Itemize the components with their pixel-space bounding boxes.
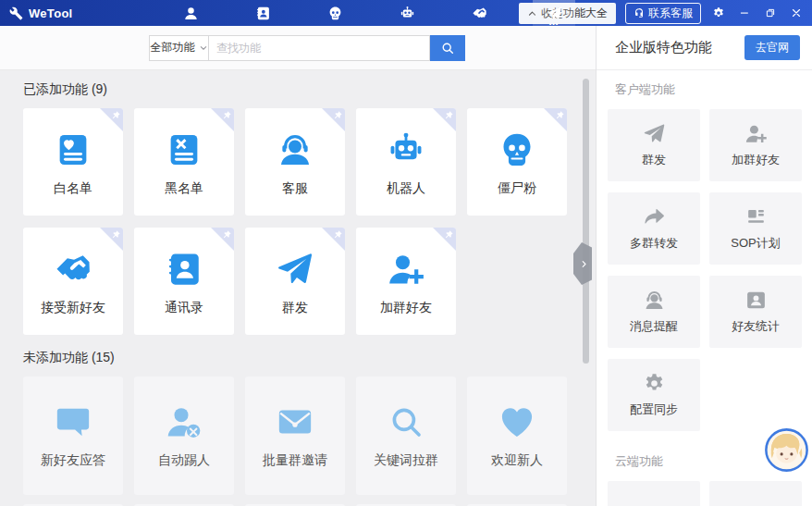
search-button[interactable] — [430, 35, 465, 61]
not-added-cards-grid: 新好友应答 自动踢人 批量群邀请 关键词拉群 欢迎新人 — [23, 376, 569, 495]
feature-card-blacklist[interactable]: 黑名单 — [134, 108, 234, 216]
minimize-button[interactable] — [736, 5, 753, 21]
feature-card-add-group-friends[interactable]: 加群好友 — [356, 228, 456, 335]
titlebar-nav: ••• — [172, 0, 575, 26]
sidebar-card-config-sync[interactable]: 配置同步 — [608, 359, 700, 431]
envelope-icon — [276, 402, 314, 441]
enterprise-sidebar: 企业版特色功能 去官网 客户端功能 群发 加群好友 多群转发 SOP计划 — [596, 26, 812, 506]
search-filter-dropdown[interactable]: 全部功能 — [149, 35, 208, 61]
user-avatar[interactable] — [765, 428, 808, 472]
friend-stats-card-icon — [744, 289, 768, 312]
address-book-icon[interactable] — [244, 0, 281, 26]
feature-card-whitelist[interactable]: 白名单 — [23, 108, 123, 216]
main-panel: 全部功能 已添加功能 (9) 白名单 黑名单 — [0, 26, 596, 506]
feature-label: 群发 — [282, 300, 308, 316]
customer-service-icon[interactable] — [172, 0, 209, 26]
settings-icon — [712, 6, 725, 19]
feature-card-keyword-group[interactable]: 关键词拉群 — [356, 376, 456, 495]
robot-icon — [387, 130, 425, 169]
sidebar-card-label: 消息提醒 — [630, 318, 678, 335]
sidebar-card-add-group-friends[interactable]: 加群好友 — [709, 109, 802, 181]
feature-card-auto-kick[interactable]: 自动踢人 — [134, 376, 234, 495]
zombie-skull-icon — [498, 130, 536, 169]
feature-label: 黑名单 — [165, 180, 203, 197]
close-button[interactable] — [788, 5, 805, 21]
feature-label: 通讯录 — [165, 300, 203, 316]
add-person-icon — [744, 122, 768, 145]
remove-person-icon — [165, 402, 203, 441]
address-book-icon — [165, 250, 203, 289]
sop-layout-icon — [744, 205, 768, 228]
search-band: 全部功能 — [0, 26, 596, 70]
feature-card-new-friend-reply[interactable]: 新好友应答 — [23, 376, 123, 495]
feature-label: 机器人 — [387, 180, 425, 197]
maximize-button[interactable] — [762, 5, 779, 21]
feature-card-welcome-new[interactable]: 欢迎新人 — [467, 376, 567, 495]
robot-icon[interactable] — [388, 0, 425, 26]
search-input[interactable] — [208, 35, 430, 61]
feature-label: 关键词拉群 — [374, 452, 438, 469]
feature-label: 自动踢人 — [158, 452, 210, 469]
not-added-section-title: 未添加功能 (15) — [23, 350, 596, 366]
sidebar-card-albums[interactable] — [709, 481, 802, 506]
zombie-fans-icon[interactable] — [316, 0, 353, 26]
added-section-title: 已添加功能 (9) — [23, 81, 596, 98]
search-filter-value: 全部功能 — [151, 40, 195, 56]
feature-card-customer-service[interactable]: 客服 — [245, 108, 345, 216]
sidebar-card-label: 好友统计 — [732, 318, 780, 335]
sidebar-card-friend-stats[interactable]: 好友统计 — [709, 276, 802, 348]
feature-card-robot[interactable]: 机器人 — [356, 108, 456, 216]
sidebar-card-multi-forward[interactable]: 多群转发 — [608, 192, 700, 265]
minimize-icon — [738, 6, 751, 19]
feature-label: 欢迎新人 — [491, 452, 543, 469]
contact-support-button[interactable]: 联系客服 — [625, 3, 701, 24]
feature-card-accept-friends[interactable]: 接受新好友 — [23, 228, 123, 335]
pin-icon — [222, 229, 232, 240]
maximize-icon — [764, 6, 777, 19]
forward-arrow-icon — [643, 205, 666, 228]
wrench-logo-icon — [9, 6, 23, 20]
pin-icon — [111, 229, 121, 240]
anime-girl-avatar — [765, 428, 808, 472]
pin-icon — [333, 229, 343, 240]
paper-plane-icon-active[interactable]: ••• — [533, 0, 575, 26]
heart-icon — [498, 402, 536, 441]
chevron-right-icon — [580, 260, 588, 268]
sidebar-card-sop-plan[interactable]: SOP计划 — [709, 192, 802, 265]
sidebar-card-label: 配置同步 — [630, 401, 678, 418]
feature-label: 加群好友 — [380, 300, 432, 316]
sidebar-card-cloud[interactable] — [608, 481, 700, 506]
feature-label: 批量群邀请 — [263, 452, 327, 469]
message-alert-icon — [643, 289, 666, 312]
feature-label: 接受新好友 — [41, 300, 105, 316]
feature-card-contacts[interactable]: 通讯录 — [134, 228, 234, 335]
pin-icon — [333, 110, 343, 120]
sidebar-card-label: 群发 — [642, 152, 666, 168]
chevron-down-icon — [199, 43, 208, 53]
added-cards-grid: 白名单 黑名单 客服 机器人 — [23, 108, 569, 335]
main-scrollbar[interactable] — [583, 79, 589, 364]
search-icon — [440, 41, 455, 56]
magnifier-icon — [387, 402, 425, 441]
headset-icon — [634, 7, 645, 19]
feature-label: 客服 — [282, 180, 308, 197]
feature-card-mass-send[interactable]: 群发 — [245, 228, 345, 335]
sidebar-card-label: SOP计划 — [731, 235, 780, 252]
pin-icon — [444, 110, 454, 120]
client-section-label: 客户端功能 — [615, 81, 812, 98]
handshake-icon — [54, 250, 92, 289]
settings-button[interactable] — [710, 5, 727, 21]
go-website-button[interactable]: 去官网 — [744, 35, 800, 60]
handshake-icon[interactable] — [461, 0, 498, 26]
feature-card-zombie-fans[interactable]: 僵尸粉 — [467, 108, 567, 216]
pin-icon — [222, 110, 232, 120]
sidebar-card-mass-send[interactable]: 群发 — [608, 109, 700, 181]
sidebar-card-message-alert[interactable]: 消息提醒 — [608, 276, 700, 348]
pin-icon — [555, 110, 565, 120]
app-logo: WeTool — [9, 6, 73, 20]
feature-card-batch-invite[interactable]: 批量群邀请 — [245, 376, 345, 495]
blacklist-doc-x-icon — [165, 130, 203, 169]
pin-icon — [444, 229, 454, 240]
sidebar-card-label: 多群转发 — [630, 235, 678, 252]
add-person-icon — [387, 250, 425, 289]
